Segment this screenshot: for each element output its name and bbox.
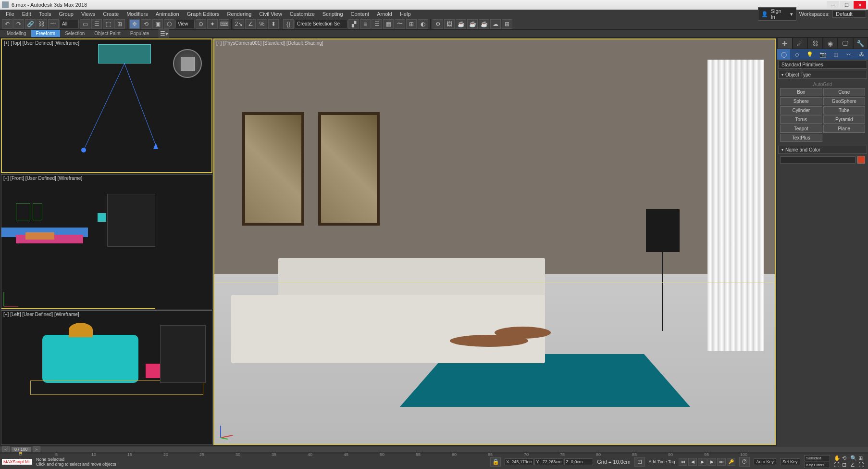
viewport-left-label[interactable]: [+] [Left] [User Defined] [Wireframe] [3,312,79,317]
menu-animation[interactable]: Animation [152,11,183,17]
ribbon-object-paint[interactable]: Object Paint [89,30,125,37]
maxscript-listener[interactable]: MAXScript Mi: [2,459,32,465]
spinner-snap-button[interactable]: ⬍ [268,19,279,29]
window-crossing-button[interactable]: ⊞ [114,19,125,29]
ribbon-populate[interactable]: Populate [125,30,154,37]
menu-file[interactable]: File [2,11,18,17]
viewport-front-label[interactable]: [+] [Front] [User Defined] [Wireframe] [3,176,82,181]
utilities-tab[interactable]: 🔧 [853,38,868,49]
motion-tab[interactable]: ◉ [823,38,838,49]
menu-graph-editors[interactable]: Graph Editors [183,11,223,17]
menu-group[interactable]: Group [55,11,77,17]
coord-z-input[interactable] [564,458,593,465]
undo-button[interactable]: ↶ [2,19,12,29]
link-button[interactable]: 🔗 [25,19,36,29]
category-dropdown[interactable]: Standard Primitives [778,61,867,69]
render-iterative-button[interactable]: ☕ [467,19,478,29]
modify-tab[interactable]: ☄ [793,38,808,49]
autogrid-checkbox[interactable]: AutoGrid [780,81,865,88]
coord-y-input[interactable] [534,458,563,465]
curve-editor-button[interactable]: 〜 [395,19,405,29]
rectangular-region-button[interactable]: ⬚ [103,19,113,29]
viewport-persp-label[interactable]: [+] [PhysCamera001] [Standard] [Default … [216,40,323,46]
workspace-dropdown[interactable]: Default [832,10,866,18]
key-filters-selected[interactable]: Selected [804,455,830,461]
primitive-cone[interactable]: Cone [823,88,866,96]
zoom-extents-button[interactable]: ⛶ [834,462,842,468]
object-type-rollout[interactable]: Object Type [778,71,867,79]
primitive-geosphere[interactable]: GeoSphere [823,97,866,105]
selection-lock-button[interactable]: 🔒 [490,457,501,467]
menu-tools[interactable]: Tools [35,11,55,17]
select-rotate-button[interactable]: ⟲ [141,19,151,29]
next-button[interactable]: ▶ [707,458,716,466]
time-config-button[interactable]: ⏱ [739,457,750,467]
play-button[interactable]: ▶ [698,458,707,466]
menu-views[interactable]: Views [77,11,99,17]
ref-coord-dropdown[interactable]: View [175,20,195,28]
mirror-button[interactable]: ▞ [348,19,359,29]
ribbon-freeform[interactable]: Freeform [31,30,61,37]
field-of-view-button[interactable]: ∠ [850,462,858,468]
render-setup-button[interactable]: ⚙ [433,19,443,29]
zoom-button[interactable]: 🔍 [850,455,858,461]
prev-frame-button[interactable]: < [2,446,10,452]
systems-subtab[interactable]: ⁂ [855,49,868,60]
object-name-input[interactable] [780,156,856,164]
hierarchy-tab[interactable]: ⛓ [807,38,823,49]
render-production-button[interactable]: ☕ [456,19,466,29]
redo-button[interactable]: ↷ [13,19,24,29]
primitive-textplus[interactable]: TextPlus [780,134,822,142]
menu-customize[interactable]: Customize [286,11,319,17]
select-manipulate-button[interactable]: ✦ [207,19,218,29]
use-pivot-center-button[interactable]: ⊙ [196,19,206,29]
select-scale-button[interactable]: ▣ [152,19,163,29]
primitive-sphere[interactable]: Sphere [780,97,822,105]
angle-snap-button[interactable]: ∠ [245,19,256,29]
isolate-selection-button[interactable]: ⊡ [634,457,645,467]
primitive-teapot[interactable]: Teapot [780,125,822,133]
shapes-subtab[interactable]: ◇ [790,49,803,60]
prev-button[interactable]: ◀ [688,458,697,466]
viewport-top[interactable]: [+] [Top] [User Defined] [Wireframe] [1,38,212,173]
lights-subtab[interactable]: 💡 [803,49,816,60]
keyboard-shortcut-button[interactable]: ⌨ [219,19,229,29]
select-place-button[interactable]: ⬡ [164,19,174,29]
viewport-perspective[interactable]: [+] [PhysCamera001] [Standard] [Default … [213,38,776,445]
toggle-ribbon-button[interactable]: ▦ [383,19,394,29]
rendered-frame-button[interactable]: 🖼 [444,19,455,29]
menu-rendering[interactable]: Rendering [223,11,256,17]
helpers-subtab[interactable]: ◫ [829,49,842,60]
schematic-view-button[interactable]: ⊞ [406,19,417,29]
ribbon-modeling[interactable]: Modeling [2,30,31,37]
display-tab[interactable]: 🖵 [838,38,853,49]
add-time-tag-button[interactable]: Add Time Tag [649,459,675,464]
menu-modifiers[interactable]: Modifiers [123,11,152,17]
viewport-top-label[interactable]: [+] [Top] [User Defined] [Wireframe] [4,40,79,46]
name-color-rollout[interactable]: Name and Color [778,146,867,154]
primitive-box[interactable]: Box [780,88,822,96]
render-online-button[interactable]: ⊞ [502,19,512,29]
viewcube[interactable] [173,49,202,78]
unlink-button[interactable]: ⛓ [37,19,47,29]
zoom-all-button[interactable]: ⊞ [858,455,866,461]
menu-content[interactable]: Content [347,11,373,17]
ribbon-selection[interactable]: Selection [60,30,89,37]
timeline-ruler[interactable]: 0510152025303540455055606570758085909510… [0,452,868,454]
menu-civil-view[interactable]: Civil View [255,11,285,17]
named-selection-dropdown[interactable]: Create Selection Se [295,20,347,28]
zoom-extents-all-button[interactable]: ⊡ [842,462,850,468]
select-object-button[interactable]: ▭ [80,19,90,29]
signin-dropdown[interactable]: 👤 Sign In ▾ [758,7,796,21]
align-button[interactable]: ≡ [360,19,371,29]
bind-spacewarp-button[interactable]: 〰 [48,19,59,29]
viewport-front[interactable]: [+] [Front] [User Defined] [Wireframe] [1,174,212,309]
menu-create[interactable]: Create [99,11,123,17]
pan-view-button[interactable]: ✋ [834,455,842,461]
primitive-tube[interactable]: Tube [823,106,866,114]
time-slider[interactable]: < 0 / 100 > [0,446,868,452]
frame-indicator[interactable]: 0 / 100 [12,447,31,452]
menu-help[interactable]: Help [396,11,415,17]
layer-explorer-button[interactable]: ☰ [372,19,382,29]
next-frame-button[interactable]: > [33,446,40,452]
